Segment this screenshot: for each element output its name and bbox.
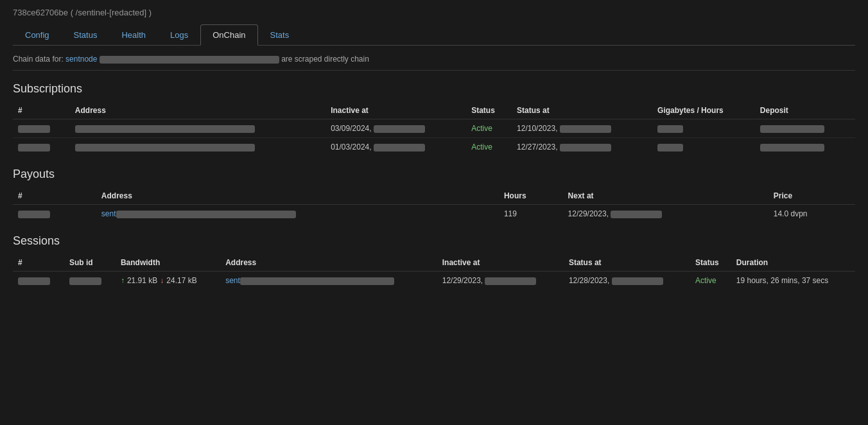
- sub-deposit-2: [755, 138, 855, 157]
- sub-gb-2: [652, 138, 755, 157]
- payout-address-link[interactable]: sent: [101, 209, 116, 218]
- download-value: 24.17 kB: [166, 276, 196, 285]
- sessions-table: # Sub id Bandwidth Address Inactive at S…: [13, 254, 855, 290]
- sess-inactive-blurred: [485, 277, 536, 285]
- pay-address-1: sent: [96, 205, 499, 223]
- col-status: Status: [466, 102, 512, 119]
- sess-inactive-1: 12/29/2023,: [437, 272, 564, 290]
- sub-num-1: [13, 119, 70, 138]
- sub-deposit-1: [755, 119, 855, 138]
- sess-subid-blurred: [69, 277, 101, 285]
- gb-blurred-2: [657, 144, 683, 152]
- status-active-2: Active: [471, 143, 492, 152]
- inactive-time-blurred-2: [374, 144, 425, 152]
- pay-next-at-1: 12/29/2023,: [563, 205, 768, 223]
- tab-stats[interactable]: Stats: [258, 24, 302, 46]
- status-at-blurred-1: [560, 125, 611, 133]
- table-row: 03/09/2024, Active 12/10/2023,: [13, 119, 855, 138]
- sess-col-subid: Sub id: [64, 254, 116, 272]
- pay-next-time-blurred: [611, 211, 662, 218]
- tab-status[interactable]: Status: [62, 24, 110, 46]
- payouts-title: Payouts: [13, 168, 855, 181]
- sub-inactive-1: 03/09/2024,: [326, 119, 466, 138]
- subscriptions-table: # Address Inactive at Status Status at G…: [13, 102, 855, 156]
- col-gb-hours: Gigabytes / Hours: [652, 102, 755, 119]
- sess-status-at-blurred: [612, 277, 663, 285]
- sess-col-inactive: Inactive at: [437, 254, 564, 272]
- gb-blurred-1: [657, 125, 683, 133]
- sub-num-2: [13, 138, 70, 157]
- sub-address-2: [70, 138, 326, 157]
- upload-arrow-icon: ↑: [121, 276, 125, 285]
- table-row: ↑ 21.91 kB ↓ 24.17 kB sent 12/29/2023,: [13, 272, 855, 290]
- sess-status-1: Active: [690, 272, 731, 290]
- payouts-table: # Address Hours Next at Price sent: [13, 187, 855, 223]
- sentnode-link[interactable]: sentnode: [65, 55, 97, 64]
- table-row: sent 119 12/29/2023, 14.0 dvpn: [13, 205, 855, 223]
- sub-addr-blurred-1: [75, 125, 255, 133]
- subscriptions-title: Subscriptions: [13, 82, 855, 96]
- pay-hours-1: 119: [499, 205, 563, 223]
- tab-onchain[interactable]: OnChain: [200, 24, 257, 46]
- pay-num-blurred-1: [18, 211, 50, 218]
- sess-duration-1: 19 hours, 26 mins, 37 secs: [731, 272, 855, 290]
- table-row: 01/03/2024, Active 12/27/2023,: [13, 138, 855, 157]
- col-inactive-at: Inactive at: [326, 102, 466, 119]
- sess-address-1: sent: [220, 272, 437, 290]
- sess-col-status-at: Status at: [564, 254, 690, 272]
- pay-num-1: [13, 205, 96, 223]
- sub-status-1: Active: [466, 119, 512, 138]
- upload-value: 21.91 kB: [127, 276, 157, 285]
- sess-col-address: Address: [220, 254, 437, 272]
- pay-col-num: #: [13, 187, 96, 205]
- download-arrow-icon: ↓: [160, 276, 164, 285]
- title-text: 738ce62706be ( /sentinel-[redacted] ): [13, 8, 152, 17]
- payouts-header-row: # Address Hours Next at Price: [13, 187, 855, 205]
- chain-info-bar: Chain data for: sentnode are scraped dir…: [13, 55, 855, 71]
- sess-col-num: #: [13, 254, 64, 272]
- subscriptions-header-row: # Address Inactive at Status Status at G…: [13, 102, 855, 119]
- sub-inactive-2: 01/03/2024,: [326, 138, 466, 157]
- deposit-blurred-1: [760, 125, 824, 133]
- session-address-link[interactable]: sent: [225, 276, 240, 285]
- sub-status-at-2: 12/27/2023,: [512, 138, 652, 157]
- session-address-blurred: [240, 277, 394, 285]
- page-title: 738ce62706be ( /sentinel-[redacted] ): [13, 8, 855, 17]
- chain-info-label: Chain data for:: [13, 55, 64, 64]
- col-num: #: [13, 102, 70, 119]
- col-deposit: Deposit: [755, 102, 855, 119]
- sessions-title: Sessions: [13, 234, 855, 248]
- col-status-at: Status at: [512, 102, 652, 119]
- sub-status-2: Active: [466, 138, 512, 157]
- col-address: Address: [70, 102, 326, 119]
- sess-bandwidth-1: ↑ 21.91 kB ↓ 24.17 kB: [116, 272, 220, 290]
- pay-col-hours: Hours: [499, 187, 563, 205]
- tab-config[interactable]: Config: [13, 24, 62, 46]
- sess-num-1: [13, 272, 64, 290]
- pay-col-next-at: Next at: [563, 187, 768, 205]
- sess-col-bandwidth: Bandwidth: [116, 254, 220, 272]
- tab-logs[interactable]: Logs: [158, 24, 200, 46]
- bandwidth-cell: ↑ 21.91 kB ↓ 24.17 kB: [121, 276, 215, 285]
- sess-status-active: Active: [695, 276, 716, 285]
- sess-subid-1: [64, 272, 116, 290]
- pay-col-price: Price: [768, 187, 855, 205]
- pay-price-1: 14.0 dvpn: [768, 205, 855, 223]
- tabs-bar: Config Status Health Logs OnChain Stats: [13, 24, 855, 46]
- sess-col-duration: Duration: [731, 254, 855, 272]
- sessions-header-row: # Sub id Bandwidth Address Inactive at S…: [13, 254, 855, 272]
- sub-address-1: [70, 119, 326, 138]
- sub-addr-blurred-2: [75, 144, 255, 152]
- sess-num-blurred: [18, 277, 50, 285]
- subscriptions-section: Subscriptions # Address Inactive at Stat…: [13, 82, 855, 156]
- sessions-section: Sessions # Sub id Bandwidth Address Inac…: [13, 234, 855, 290]
- sess-col-status: Status: [690, 254, 731, 272]
- page-container: 738ce62706be ( /sentinel-[redacted] ) Co…: [0, 0, 868, 302]
- sub-status-at-1: 12/10/2023,: [512, 119, 652, 138]
- payouts-section: Payouts # Address Hours Next at Price se…: [13, 168, 855, 223]
- sess-status-at-1: 12/28/2023,: [564, 272, 690, 290]
- inactive-time-blurred-1: [374, 125, 425, 133]
- tab-health[interactable]: Health: [109, 24, 158, 46]
- status-active-1: Active: [471, 124, 492, 133]
- payout-address-blurred: [116, 211, 296, 218]
